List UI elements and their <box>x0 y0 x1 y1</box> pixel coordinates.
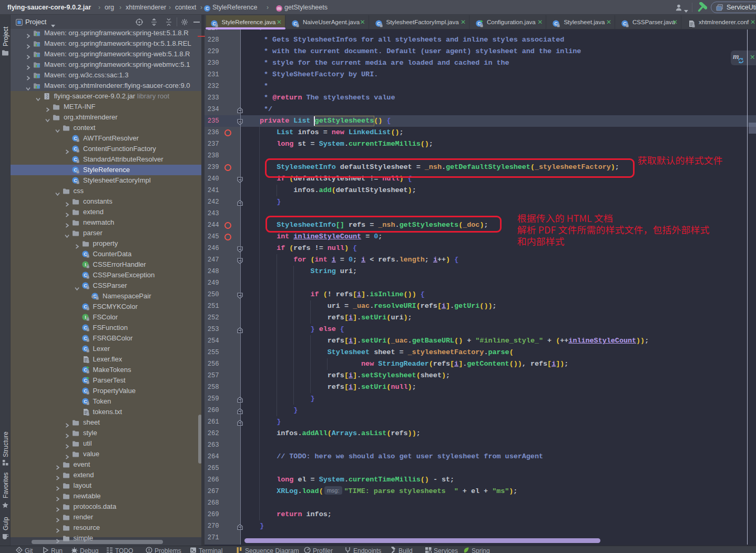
svg-text:I: I <box>85 262 86 267</box>
svg-text:I: I <box>85 315 86 320</box>
svg-text:m: m <box>277 6 281 11</box>
svg-text:C: C <box>206 6 209 11</box>
